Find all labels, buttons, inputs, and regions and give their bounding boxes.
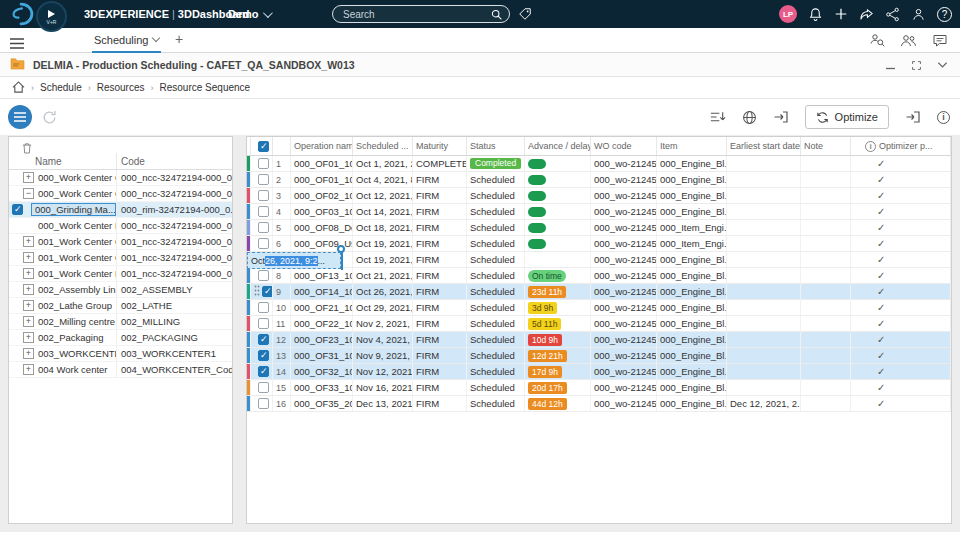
resource-name[interactable]: 000_Work Center Mach <box>38 220 116 231</box>
expander-plus-icon[interactable]: + <box>23 332 34 343</box>
column-header-maturity[interactable]: Maturity <box>413 137 467 155</box>
select-all-checkbox[interactable] <box>258 141 269 152</box>
tree-row[interactable]: +001_Work Center Mach001_ncc-32472194-00… <box>9 266 232 282</box>
row-checkbox[interactable] <box>262 286 273 297</box>
search-icon[interactable] <box>490 8 503 21</box>
network-icon[interactable] <box>885 7 900 22</box>
expander-plus-icon[interactable]: + <box>23 252 34 263</box>
table-row[interactable]: 2000_OF01_10_...Oct 4, 2021, 8:...FIRMSc… <box>247 172 951 188</box>
tree-row[interactable]: +001_Work Center Gri...001_ncc-32472194-… <box>9 250 232 266</box>
row-checkbox[interactable] <box>258 158 269 169</box>
breadcrumb-schedule[interactable]: Schedule <box>40 82 82 93</box>
row-checkbox[interactable] <box>258 174 269 185</box>
row-checkbox[interactable] <box>258 206 269 217</box>
tree-row[interactable]: +003_WORKCENTER1003_WORKCENTER1 <box>9 346 232 362</box>
tree-row[interactable]: +000_Work Center Ce...000_ncc-32472194-0… <box>9 170 232 186</box>
globe-icon[interactable] <box>742 110 757 125</box>
resource-name[interactable]: 002_Lathe Group <box>38 300 112 311</box>
tree-row[interactable]: +002_Milling centre002_MILLING <box>9 314 232 330</box>
resource-name[interactable]: 004 Work center <box>38 364 108 375</box>
column-header-scheduled[interactable]: Scheduled ... <box>353 137 413 155</box>
column-header-wo-code[interactable]: WO code <box>591 137 657 155</box>
user-search-icon[interactable] <box>869 32 885 48</box>
row-checkbox[interactable] <box>258 222 269 233</box>
column-header-operation[interactable]: Operation name <box>291 137 353 155</box>
resource-name[interactable]: 001_Work Center Ce... <box>38 236 116 247</box>
compass-play-button[interactable]: V+R <box>36 1 67 32</box>
open-panel-icon[interactable] <box>773 110 789 124</box>
tree-row[interactable]: 000_Work Center Mach000_ncc-32472194-000… <box>9 218 232 234</box>
search-input[interactable]: Search <box>332 5 510 23</box>
row-checkbox[interactable] <box>258 366 269 377</box>
help-icon[interactable] <box>937 7 952 22</box>
tree-row[interactable]: −000_Work Center Gri...000_ncc-32472194-… <box>9 186 232 202</box>
menu-icon[interactable] <box>10 35 24 53</box>
resource-name[interactable]: 002_Packaging <box>38 332 104 343</box>
column-header-name[interactable]: Name <box>9 153 117 169</box>
resource-name[interactable]: 002_Assembly Line <box>38 284 116 295</box>
table-row[interactable]: 3000_OF02_10_...Oct 12, 2021, 8:...FIRMS… <box>247 188 951 204</box>
row-checkbox[interactable] <box>258 302 269 313</box>
row-checkbox[interactable] <box>258 238 269 249</box>
3ds-logo-icon[interactable] <box>6 2 38 31</box>
column-header-item[interactable]: Item <box>657 137 727 155</box>
table-row[interactable]: 10000_OF21_10_...Oct 29, 2021, 8:...FIRM… <box>247 300 951 316</box>
home-icon[interactable] <box>12 81 25 95</box>
expander-plus-icon[interactable]: + <box>23 268 34 279</box>
table-row[interactable]: 6000_OF09_Usa...Oct 19, 2021, 2:...FIRMS… <box>247 236 951 252</box>
table-row[interactable]: 1000_OF01_10_...Oct 1, 2021, 2:0...COMPL… <box>247 156 951 172</box>
tree-row[interactable]: +001_Work Center Ce...001_ncc-32472194-0… <box>9 234 232 250</box>
comments-icon[interactable] <box>932 33 948 48</box>
row-checkbox[interactable] <box>258 382 269 393</box>
expander-plus-icon[interactable]: + <box>23 348 34 359</box>
row-checkbox[interactable] <box>258 398 269 409</box>
table-row[interactable]: 14000_OF32_10_...Nov 12, 2021, 8:...FIRM… <box>247 364 951 380</box>
column-header-code[interactable]: Code <box>117 153 232 169</box>
expander-plus-icon[interactable]: + <box>23 236 34 247</box>
row-checkbox[interactable] <box>258 350 269 361</box>
tree-row[interactable]: +002_Assembly Line002_ASSEMBLY <box>9 282 232 298</box>
add-tab-button[interactable]: + <box>170 31 188 47</box>
table-row[interactable]: 13000_OF31_10_...Nov 9, 2021, 10:...FIRM… <box>247 348 951 364</box>
breadcrumb-resources[interactable]: Resources <box>97 82 145 93</box>
table-row[interactable]: 8000_OF13_10_...Oct 21, 2021, 9:...FIRMS… <box>247 268 951 284</box>
table-row[interactable]: 12000_OF23_10_...Nov 4, 2021, 12:...FIRM… <box>247 332 951 348</box>
table-row[interactable]: 4000_OF03_10_...Oct 14, 2021, 4:...FIRMS… <box>247 204 951 220</box>
expander-plus-icon[interactable]: + <box>23 316 34 327</box>
import-icon[interactable] <box>905 110 921 124</box>
column-header-advance-delay[interactable]: Advance / delay <box>525 137 591 155</box>
row-checkbox[interactable] <box>258 190 269 201</box>
resource-name[interactable]: 003_WORKCENTER1 <box>38 348 116 359</box>
info-icon[interactable] <box>865 141 876 152</box>
tab-scheduling[interactable]: Scheduling <box>92 28 161 53</box>
share-icon[interactable] <box>859 7 874 22</box>
resource-name[interactable]: 001_Work Center Mach <box>38 268 116 279</box>
tree-row[interactable]: +002_Lathe Group002_LATHE <box>9 298 232 314</box>
user-star-icon[interactable] <box>911 7 926 22</box>
context-menu[interactable]: Demo <box>228 8 270 20</box>
refresh-icon[interactable] <box>42 110 57 129</box>
column-header-earliest-start[interactable]: Earliest start date <box>727 137 801 155</box>
column-header-status[interactable]: Status <box>467 137 525 155</box>
expander-plus-icon[interactable]: + <box>23 300 34 311</box>
expander-plus-icon[interactable]: + <box>23 172 34 183</box>
row-checkbox[interactable] <box>12 204 23 215</box>
main-menu-button[interactable] <box>8 105 32 129</box>
column-header-note[interactable]: Note <box>801 137 851 155</box>
insert-position-handle[interactable] <box>337 245 345 253</box>
add-icon[interactable] <box>834 7 848 21</box>
table-row[interactable]: 9000_OF14_10_...Oct 26, 2021, 9:...FIRMS… <box>247 284 951 300</box>
table-row[interactable]: Oct 19, 2021, 7:...FIRMScheduled000_wo-2… <box>247 252 951 268</box>
row-checkbox[interactable] <box>258 334 269 345</box>
optimize-button[interactable]: Optimize <box>805 105 889 129</box>
table-row[interactable]: 11000_OF22_10_...Nov 2, 2021, 10:...FIRM… <box>247 316 951 332</box>
resource-name[interactable]: 000_Work Center Gri... <box>38 188 116 199</box>
expand-icon[interactable] <box>911 60 922 71</box>
tree-row[interactable]: 000_Grinding Ma...000_rim-32472194-000_0… <box>9 202 232 218</box>
sequence-icon[interactable] <box>709 110 726 124</box>
collapse-chevron-icon[interactable] <box>937 61 948 69</box>
drag-grip-icon[interactable] <box>254 285 260 298</box>
row-checkbox[interactable] <box>258 318 269 329</box>
resource-name[interactable]: 001_Work Center Gri... <box>38 252 116 263</box>
expander-plus-icon[interactable]: + <box>23 284 34 295</box>
